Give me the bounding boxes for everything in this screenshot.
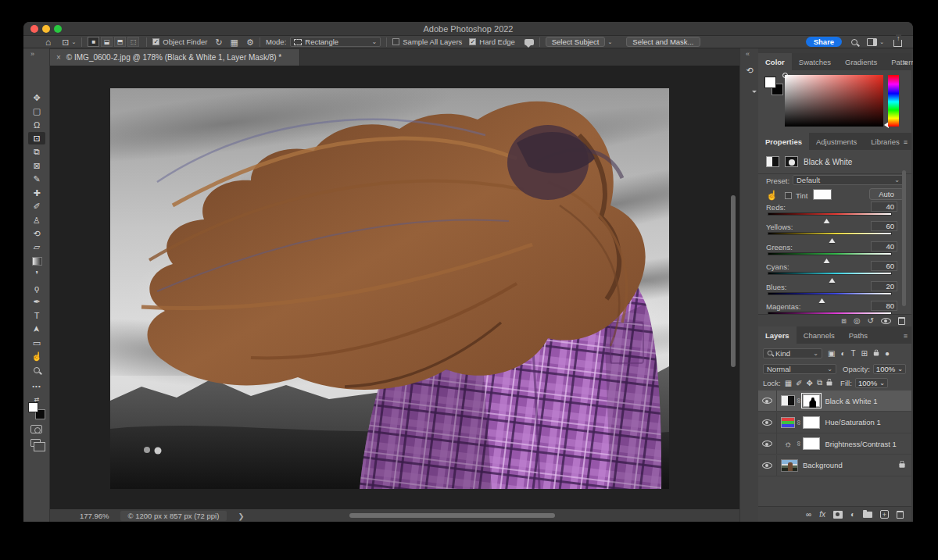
eye-icon[interactable] <box>762 441 772 447</box>
visibility-column[interactable] <box>758 391 777 411</box>
layer-effects-icon[interactable]: fx <box>819 510 825 519</box>
layer-name[interactable]: Brightness/Contrast 1 <box>825 440 896 448</box>
crop-tool-icon[interactable]: ⧉ <box>28 146 45 159</box>
layer-row-brightness-contrast-1[interactable]: ☼∞Brightness/Contrast 1 <box>758 433 911 455</box>
add-selection-button[interactable]: ⬓ <box>101 37 113 47</box>
brush-tool-icon[interactable]: ✐ <box>28 201 45 213</box>
horizontal-scrollbar[interactable] <box>349 513 555 518</box>
subtract-selection-button[interactable]: ⬒ <box>114 37 126 47</box>
cyans-value[interactable]: 60 <box>871 261 897 271</box>
filter-adjustment-icon[interactable]: ◐ <box>840 349 845 358</box>
lock-transparent-icon[interactable]: ▦ <box>785 379 792 387</box>
layer-row-background[interactable]: Background <box>758 455 911 476</box>
comments-panel-icon[interactable] <box>744 84 755 94</box>
blend-mode-select[interactable]: Normal ⌄ <box>763 364 836 374</box>
gear-icon[interactable]: ⚙ <box>246 37 254 47</box>
layer-thumbnail[interactable] <box>781 459 798 472</box>
share-button[interactable]: Share <box>806 37 842 47</box>
greens-slider-thumb[interactable] <box>824 255 830 263</box>
hand-tool-icon[interactable]: ☝ <box>28 351 45 363</box>
layers-panel-menu-icon[interactable]: ≡ <box>904 332 908 340</box>
delete-layer-icon[interactable] <box>897 511 904 519</box>
visibility-column[interactable] <box>758 433 777 454</box>
layer-mask-thumbnail[interactable] <box>803 416 820 429</box>
yellows-value[interactable]: 60 <box>871 221 897 231</box>
lock-all-icon[interactable] <box>826 379 832 387</box>
path-selection-tool-icon[interactable]: ➤ <box>28 323 45 336</box>
cyans-slider[interactable] <box>768 272 892 275</box>
filter-shape-icon[interactable]: ⊞ <box>861 349 868 358</box>
tint-checkbox[interactable] <box>785 192 792 199</box>
add-mask-icon[interactable] <box>833 511 843 519</box>
mask-link-icon[interactable]: ∞ <box>795 398 803 403</box>
new-layer-icon[interactable]: + <box>880 510 889 519</box>
move-tool-icon[interactable]: ✥ <box>28 91 45 104</box>
preset-select[interactable]: Default ⌄ <box>793 175 904 185</box>
filter-toggle-icon[interactable]: ● <box>885 349 890 358</box>
layer-mask-thumbnail[interactable] <box>803 394 820 407</box>
canvas-area[interactable] <box>50 66 739 509</box>
blues-slider[interactable] <box>768 292 892 295</box>
gradient-tool-icon[interactable] <box>28 255 45 267</box>
layer-name[interactable]: Background <box>803 461 843 469</box>
link-layers-icon[interactable]: ∞ <box>806 510 811 519</box>
magentas-value[interactable]: 80 <box>871 301 897 311</box>
lock-artboard-icon[interactable]: ⧉ <box>817 378 822 387</box>
toggle-visibility-icon[interactable] <box>881 318 891 324</box>
zoom-tool-icon[interactable] <box>28 364 45 376</box>
layer-row-black-white-1[interactable]: ∞Black & White 1 <box>758 391 911 412</box>
fill-value[interactable]: 100% ⌄ <box>855 378 888 388</box>
select-subject-button[interactable]: Select Subject <box>546 37 606 47</box>
tab-properties[interactable]: Properties <box>758 133 809 150</box>
refresh-icon[interactable]: ↻ <box>215 37 222 47</box>
tool-preset-icon[interactable]: ⊡ <box>62 37 69 47</box>
eye-icon[interactable] <box>762 462 772 469</box>
dodge-tool-icon[interactable]: ϙ <box>28 282 45 294</box>
tab-color[interactable]: Color <box>758 53 792 70</box>
canvas-image[interactable] <box>110 88 669 489</box>
hue-slider[interactable] <box>888 75 899 127</box>
screen-mode-icon[interactable] <box>30 439 41 447</box>
zoom-level[interactable]: 177.96% <box>80 512 109 520</box>
lasso-tool-icon[interactable]: Ω <box>28 119 45 131</box>
previous-state-icon[interactable]: ◎ <box>854 316 861 325</box>
greens-slider[interactable] <box>768 252 892 255</box>
workspace-chevron-icon[interactable]: ⌄ <box>879 37 884 47</box>
tab-adjustments[interactable]: Adjustments <box>809 133 864 150</box>
new-group-icon[interactable] <box>863 512 872 518</box>
healing-brush-tool-icon[interactable]: ✚ <box>28 187 45 199</box>
eye-icon[interactable] <box>762 398 772 404</box>
workspace-icon[interactable] <box>867 37 877 47</box>
filter-smart-object-icon[interactable] <box>873 349 879 358</box>
edit-toolbar-icon[interactable]: ••• <box>28 380 45 392</box>
history-panel-icon[interactable]: ⟲ <box>744 66 755 75</box>
export-icon[interactable] <box>893 37 902 47</box>
lock-move-icon[interactable]: ✥ <box>807 379 813 387</box>
reds-slider-thumb[interactable] <box>824 216 830 223</box>
layer-mask-thumbnail[interactable] <box>803 437 820 450</box>
mask-link-icon[interactable]: ∞ <box>795 419 803 424</box>
filter-image-icon[interactable]: ▣ <box>828 349 835 358</box>
search-icon[interactable] <box>851 37 857 47</box>
yellows-slider-thumb[interactable] <box>829 235 835 243</box>
close-document-icon[interactable]: × <box>56 53 61 62</box>
filter-type-icon[interactable]: T <box>851 349 856 358</box>
sample-all-layers-checkbox[interactable] <box>392 38 399 45</box>
document-tab[interactable]: × © IMG_0600-2.jpg @ 178% (Black & White… <box>50 49 300 66</box>
lock-paint-icon[interactable]: ✐ <box>796 379 802 387</box>
foreground-background-swatches[interactable] <box>28 402 45 419</box>
tab-gradients[interactable]: Gradients <box>838 53 884 70</box>
visibility-column[interactable] <box>758 455 777 476</box>
eyedropper-tool-icon[interactable]: ✎ <box>28 173 45 186</box>
color-panel-menu-icon[interactable]: ≡ <box>904 59 908 66</box>
marquee-tool-icon[interactable]: ▢ <box>28 105 45 117</box>
delete-adjustment-icon[interactable] <box>898 317 905 325</box>
layer-name[interactable]: Hue/Saturation 1 <box>825 418 880 426</box>
layer-mask-icon[interactable] <box>785 156 798 167</box>
tab-layers[interactable]: Layers <box>758 326 797 344</box>
yellows-slider[interactable] <box>768 232 892 235</box>
eye-icon[interactable] <box>762 419 772 426</box>
tab-paths[interactable]: Paths <box>842 326 875 344</box>
foreground-color-swatch[interactable] <box>28 402 38 412</box>
new-adjustment-icon[interactable]: ◐ <box>850 510 855 519</box>
